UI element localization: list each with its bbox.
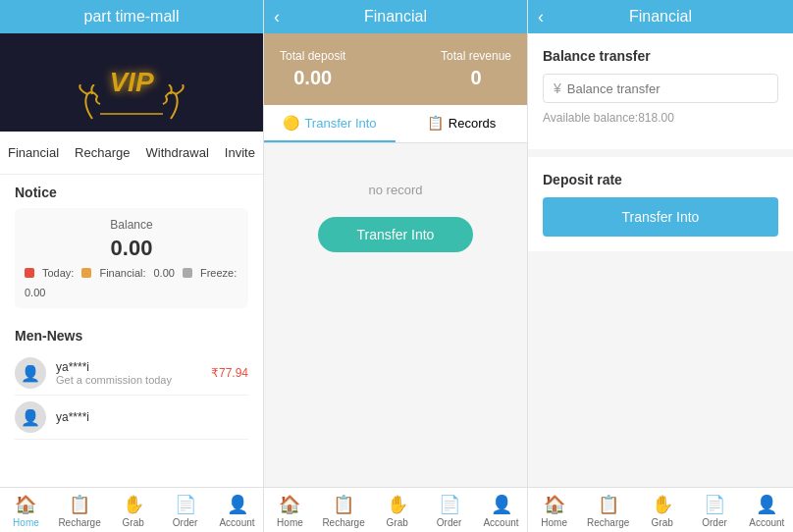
freeze-value: 0.00: [25, 287, 45, 298]
grab-label-m: Grab: [387, 517, 408, 528]
balance-transfer-section: Balance transfer ¥ Available balance:818…: [528, 33, 793, 149]
app-title: part time-mall: [0, 0, 263, 33]
order-label-r: Order: [702, 517, 727, 528]
transfer-tab-label: Transfer Into: [304, 116, 376, 131]
recharge-label: Recharge: [58, 517, 100, 528]
balance-transfer-input[interactable]: [567, 81, 767, 96]
balance-card: Balance 0.00 Today: Financial: 0.00 Free…: [15, 208, 248, 308]
home-label-r: Home: [541, 517, 567, 528]
grab-icon-m: ✋: [387, 494, 408, 515]
account-label-r: Account: [749, 517, 784, 528]
balance-stats: Today: Financial: 0.00 Freeze: 0.00: [25, 267, 238, 298]
nav-tab-withdrawal[interactable]: Withdrawal: [138, 141, 217, 164]
total-revenue-label: Total revenue: [441, 49, 511, 63]
grab-icon-r: ✋: [652, 494, 673, 515]
total-deposit-label: Total deposit: [280, 49, 345, 63]
men-news-section: Men-News 👤 ya****i Get a commission toda…: [0, 318, 263, 450]
today-label: Today:: [42, 267, 74, 279]
avatar: 👤: [15, 401, 46, 433]
records-tab-label: Records: [449, 116, 496, 131]
antler-icon: [73, 84, 190, 124]
tab-transfer-into[interactable]: 🟡 Transfer Into: [264, 105, 396, 142]
news-amount: ₹77.94: [211, 366, 248, 380]
deposit-rate-title: Deposit rate: [543, 172, 778, 187]
home-label-m: Home: [277, 517, 303, 528]
bottom-nav-account[interactable]: 👤 Account: [218, 494, 257, 528]
bottom-nav-grab-m[interactable]: ✋ Grab: [378, 494, 417, 528]
big-transfer-button[interactable]: Transfer Into: [543, 197, 778, 237]
nav-tab-invite[interactable]: Invite: [217, 141, 263, 164]
news-desc: Get a commission today: [56, 374, 201, 386]
men-news-title: Men-News: [15, 328, 248, 344]
right-header: ‹ Financial: [528, 0, 793, 33]
bottom-nav-home[interactable]: 🏠 Home: [6, 494, 45, 528]
bottom-nav-recharge-m[interactable]: 📋 Recharge: [322, 494, 364, 528]
bottom-nav-home-r[interactable]: 🏠 Home: [535, 494, 574, 528]
news-name: ya****i: [56, 410, 248, 424]
today-dot: [25, 268, 34, 278]
panel-left: part time-mall VIP Financial Recharge Wi…: [0, 0, 264, 532]
order-label: Order: [173, 517, 198, 528]
back-button-middle[interactable]: ‹: [274, 7, 280, 27]
grab-icon: ✋: [123, 494, 144, 515]
account-label: Account: [219, 517, 254, 528]
financial-label: Financial:: [99, 267, 145, 279]
bottom-nav-recharge-r[interactable]: 📋 Recharge: [587, 494, 629, 528]
back-button-right[interactable]: ‹: [538, 7, 544, 27]
deposit-rate-section: Deposit rate Transfer Into: [528, 157, 793, 251]
bottom-nav-account-m[interactable]: 👤 Account: [482, 494, 521, 528]
recharge-icon: 📋: [69, 494, 90, 515]
bottom-nav-home-m[interactable]: 🏠 Home: [270, 494, 309, 528]
total-revenue-value: 0: [441, 67, 511, 89]
nav-tab-financial[interactable]: Financial: [0, 141, 67, 164]
avatar: 👤: [15, 357, 46, 389]
balance-transfer-title: Balance transfer: [543, 48, 778, 64]
bottom-nav-recharge[interactable]: 📋 Recharge: [58, 494, 100, 528]
bottom-nav-middle: 🏠 Home 📋 Recharge ✋ Grab 📄 Order 👤 Accou…: [264, 487, 527, 532]
bottom-nav-grab-r[interactable]: ✋ Grab: [643, 494, 682, 528]
home-icon: 🏠: [15, 494, 36, 515]
order-icon: 📄: [175, 494, 196, 515]
grab-label-r: Grab: [652, 517, 673, 528]
bottom-nav-order[interactable]: 📄 Order: [166, 494, 205, 528]
bottom-nav-grab[interactable]: ✋ Grab: [114, 494, 153, 528]
right-content: Balance transfer ¥ Available balance:818…: [528, 33, 793, 487]
tab-records[interactable]: 📋 Records: [396, 105, 527, 142]
grab-label: Grab: [123, 517, 144, 528]
freeze-dot: [183, 268, 192, 278]
news-item: 👤 ya****i: [15, 396, 248, 440]
recharge-icon-m: 📋: [333, 494, 354, 515]
nav-tab-recharge[interactable]: Recharge: [67, 141, 137, 164]
middle-header-title: Financial: [364, 8, 427, 26]
balance-amount: 0.00: [25, 236, 238, 261]
news-info: ya****i Get a commission today: [56, 360, 201, 386]
bottom-nav-left: 🏠 Home 📋 Recharge ✋ Grab 📄 Order 👤 Accou…: [0, 487, 263, 532]
bottom-nav-order-m[interactable]: 📄 Order: [430, 494, 469, 528]
financial-summary: Total deposit 0.00 Total revenue 0: [264, 33, 527, 105]
account-label-m: Account: [483, 517, 518, 528]
records-icon: 📋: [427, 115, 444, 131]
recharge-label-m: Recharge: [322, 517, 364, 528]
account-icon-r: 👤: [756, 494, 777, 515]
yen-symbol: ¥: [554, 80, 561, 96]
middle-header: ‹ Financial: [264, 0, 527, 33]
panel-middle: ‹ Financial Total deposit 0.00 Total rev…: [264, 0, 528, 532]
no-record-text: no record: [369, 163, 423, 207]
financial-dot: [81, 268, 91, 278]
panel-right: ‹ Financial Balance transfer ¥ Available…: [528, 0, 793, 532]
middle-content: no record Transfer Into: [264, 143, 527, 487]
transfer-input-wrap[interactable]: ¥: [543, 74, 778, 103]
total-deposit: Total deposit 0.00: [280, 49, 345, 89]
order-label-m: Order: [437, 517, 462, 528]
bottom-nav-account-r[interactable]: 👤 Account: [747, 494, 786, 528]
notice-section: Notice Balance 0.00 Today: Financial: 0.…: [0, 175, 263, 318]
financial-value: 0.00: [154, 267, 175, 279]
total-deposit-value: 0.00: [280, 67, 345, 89]
bottom-nav-order-r[interactable]: 📄 Order: [695, 494, 734, 528]
total-revenue: Total revenue 0: [441, 49, 511, 89]
recharge-icon-r: 📋: [598, 494, 619, 515]
news-item: 👤 ya****i Get a commission today ₹77.94: [15, 351, 248, 396]
vip-banner: VIP: [0, 33, 263, 132]
available-balance: Available balance:818.00: [543, 111, 778, 125]
transfer-into-button[interactable]: Transfer Into: [318, 217, 474, 252]
